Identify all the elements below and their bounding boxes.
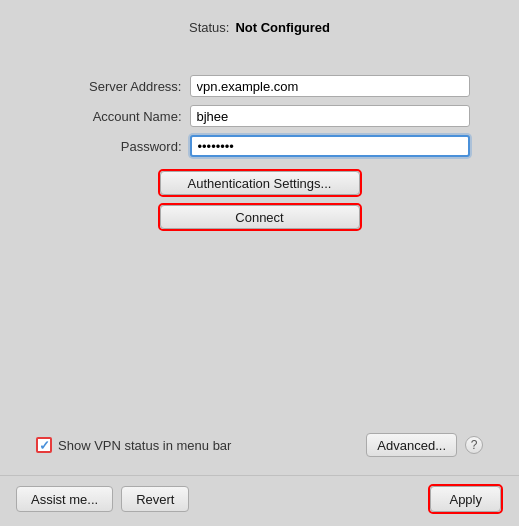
password-label: Password: (50, 139, 190, 154)
status-row: Status: Not Configured (20, 20, 499, 35)
check-mark: ✓ (39, 439, 50, 452)
apply-button-wrapper: Apply (428, 484, 503, 514)
status-label: Status: (189, 20, 229, 35)
apply-button[interactable]: Apply (430, 486, 501, 512)
account-name-label: Account Name: (50, 109, 190, 124)
account-name-row: Account Name: (50, 105, 470, 127)
server-address-row: Server Address: (50, 75, 470, 97)
connect-button-wrapper: Connect (158, 203, 362, 231)
checkbox-row: ✓ Show VPN status in menu bar (36, 437, 366, 453)
bottom-area: ✓ Show VPN status in menu bar Advanced..… (20, 425, 499, 465)
account-name-input[interactable] (190, 105, 470, 127)
server-address-input[interactable] (190, 75, 470, 97)
password-input[interactable] (190, 135, 470, 157)
assist-button[interactable]: Assist me... (16, 486, 113, 512)
vpn-status-checkbox[interactable]: ✓ (36, 437, 52, 453)
password-row: Password: (50, 135, 470, 157)
button-row: Authentication Settings... Connect (158, 169, 362, 231)
server-address-label: Server Address: (50, 79, 190, 94)
auth-settings-button[interactable]: Authentication Settings... (160, 171, 360, 195)
form-area: Server Address: Account Name: Password: … (20, 75, 499, 231)
help-button[interactable]: ? (465, 436, 483, 454)
revert-button[interactable]: Revert (121, 486, 189, 512)
vpn-status-label: Show VPN status in menu bar (58, 438, 231, 453)
right-controls: Advanced... ? (366, 433, 483, 457)
main-content: Status: Not Configured Server Address: A… (0, 0, 519, 475)
connect-button[interactable]: Connect (160, 205, 360, 229)
auth-settings-button-wrapper: Authentication Settings... (158, 169, 362, 197)
bottom-bar: Assist me... Revert Apply (0, 475, 519, 526)
advanced-button[interactable]: Advanced... (366, 433, 457, 457)
status-value: Not Configured (235, 20, 330, 35)
